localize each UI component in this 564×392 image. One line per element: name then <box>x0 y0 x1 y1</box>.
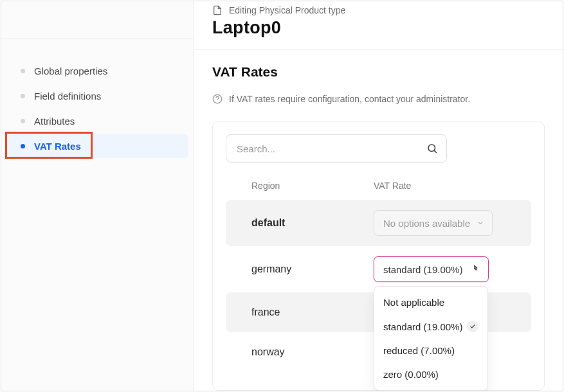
bullet-icon <box>21 144 25 148</box>
region-cell: france <box>251 307 374 318</box>
vat-dropdown: Not applicable standard (19.00%) reduced… <box>374 286 488 391</box>
help-row: If VAT rates require configuration, cont… <box>212 94 545 104</box>
search-input[interactable] <box>226 134 447 163</box>
col-head-region: Region <box>251 181 374 191</box>
section-title: VAT Rates <box>212 64 545 80</box>
breadcrumb: Editing Physical Product type <box>212 1 545 15</box>
table-row: germany standard (19.00%) Not applicable… <box>226 246 531 292</box>
search-wrap <box>226 134 447 163</box>
sidebar-divider <box>1 39 194 39</box>
breadcrumb-text: Editing Physical Product type <box>229 5 345 15</box>
table-header: Region VAT Rate <box>226 174 531 200</box>
sidebar-item-vat-rates[interactable]: VAT Rates <box>6 134 188 158</box>
bullet-icon <box>21 94 25 98</box>
sidebar-item-global-properties[interactable]: Global properties <box>6 59 188 83</box>
select-value: standard (19.00%) <box>383 264 462 275</box>
divider <box>194 49 563 50</box>
option-label: reduced (7.00%) <box>383 345 455 356</box>
main-content: Editing Physical Product type Laptop0 VA… <box>194 1 563 391</box>
sidebar: Global properties Field definitions Attr… <box>1 1 194 391</box>
chevron-down-icon <box>477 219 484 227</box>
option-label: standard (19.00%) <box>383 321 462 332</box>
option-label: Not applicable <box>383 297 444 308</box>
region-cell: default <box>251 217 374 229</box>
svg-line-3 <box>434 150 436 152</box>
page-title: Laptop0 <box>212 18 545 38</box>
dropdown-option-standard[interactable]: standard (19.00%) <box>374 314 487 339</box>
dropdown-option-not-applicable[interactable]: Not applicable <box>374 290 487 314</box>
vat-select-default: No options available <box>374 210 493 236</box>
sidebar-item-label: Attributes <box>34 116 75 127</box>
col-head-rate: VAT Rate <box>374 181 505 191</box>
region-cell: norway <box>251 346 374 358</box>
rate-cell: standard (19.00%) Not applicable standar… <box>374 256 505 282</box>
sidebar-item-label: Global properties <box>34 66 107 76</box>
bullet-icon <box>21 119 25 123</box>
vat-select-germany[interactable]: standard (19.00%) <box>374 256 489 282</box>
help-icon <box>212 94 223 104</box>
document-icon <box>212 5 223 15</box>
search-icon <box>426 143 438 154</box>
dropdown-option-zero[interactable]: zero (0.00%) <box>374 362 487 386</box>
check-icon <box>467 321 478 332</box>
app-frame: Global properties Field definitions Attr… <box>1 1 563 391</box>
table-row: default No options available <box>226 200 531 246</box>
region-cell: germany <box>251 263 374 275</box>
sidebar-item-label: Field definitions <box>34 91 101 102</box>
sidebar-item-attributes[interactable]: Attributes <box>6 109 188 133</box>
sidebar-item-label: VAT Rates <box>34 141 81 152</box>
sidebar-item-field-definitions[interactable]: Field definitions <box>6 84 188 108</box>
rate-cell: No options available <box>374 210 505 236</box>
dropdown-option-reduced[interactable]: reduced (7.00%) <box>374 339 487 362</box>
option-label: zero (0.00%) <box>383 369 439 380</box>
help-text: If VAT rates require configuration, cont… <box>229 94 470 104</box>
select-value: No options available <box>383 218 470 229</box>
sidebar-nav: Global properties Field definitions Attr… <box>1 40 194 158</box>
cursor-pointer-icon <box>471 265 480 274</box>
vat-panel: Region VAT Rate default No options avail… <box>212 121 545 391</box>
svg-point-2 <box>428 145 435 152</box>
bullet-icon <box>21 69 25 73</box>
